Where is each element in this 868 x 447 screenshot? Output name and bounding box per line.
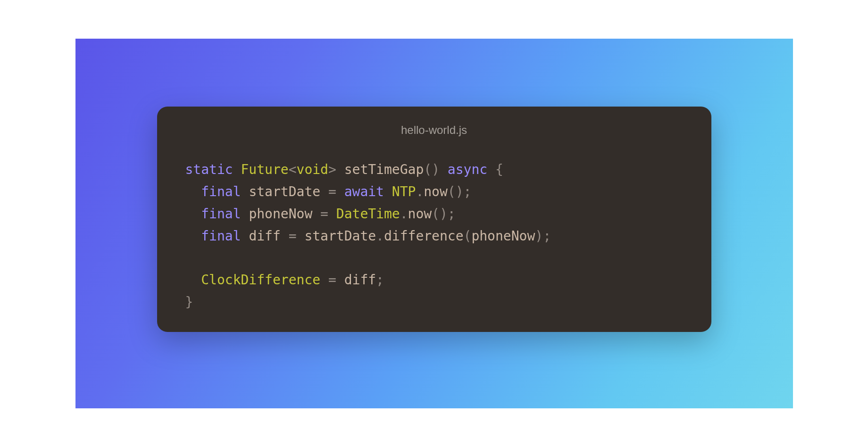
code-token: difference	[384, 228, 464, 244]
code-token	[312, 206, 320, 222]
code-token	[336, 162, 344, 177]
code-token	[185, 184, 201, 199]
code-token	[487, 162, 495, 177]
code-token: final	[201, 228, 241, 244]
code-token: (	[432, 206, 440, 222]
code-token: diff	[344, 272, 376, 288]
code-token	[241, 228, 249, 244]
code-token	[185, 272, 201, 288]
code-token: (	[464, 228, 472, 244]
code-token: .	[400, 206, 408, 222]
code-token: async	[448, 162, 487, 177]
code-token: ;	[448, 206, 456, 222]
code-token: ;	[464, 184, 472, 199]
code-token: )	[535, 228, 543, 244]
code-token	[336, 184, 344, 199]
code-token: now	[408, 206, 432, 222]
code-token: =	[328, 272, 336, 288]
code-token	[241, 206, 249, 222]
code-token	[185, 250, 193, 265]
code-token	[320, 184, 328, 199]
code-token: NTP	[392, 184, 416, 199]
code-token: startDate	[249, 184, 320, 199]
code-token: (	[424, 162, 432, 177]
code-token	[336, 272, 344, 288]
code-token: }	[185, 294, 193, 310]
gradient-stage: hello-world.js static Future<void> setTi…	[75, 39, 793, 408]
code-token: DateTime	[336, 206, 400, 222]
code-token: =	[328, 184, 336, 199]
code-token	[320, 272, 328, 288]
code-token	[185, 228, 201, 244]
code-token	[241, 184, 249, 199]
code-token	[440, 162, 448, 177]
code-token	[233, 162, 241, 177]
code-token: )	[456, 184, 464, 199]
code-token: =	[289, 228, 297, 244]
code-token	[281, 228, 289, 244]
code-content[interactable]: static Future<void> setTimeGap() async {…	[185, 162, 551, 310]
code-token: )	[440, 206, 448, 222]
code-token: static	[185, 162, 233, 177]
code-token: <	[289, 162, 297, 177]
code-token	[384, 184, 392, 199]
code-token	[328, 206, 336, 222]
code-token: setTimeGap	[344, 162, 424, 177]
code-token: phoneNow	[249, 206, 312, 222]
code-token: phoneNow	[471, 228, 535, 244]
code-token: ClockDifference	[201, 272, 320, 288]
code-token: ;	[543, 228, 551, 244]
code-token: diff	[249, 228, 280, 244]
code-token: startDate	[304, 228, 376, 244]
code-token: final	[201, 206, 241, 222]
code-token: Future	[241, 162, 289, 177]
code-token	[297, 228, 305, 244]
code-token: .	[376, 228, 384, 244]
code-token: )	[432, 162, 440, 177]
filename-label: hello-world.js	[157, 107, 711, 141]
code-token: void	[297, 162, 328, 177]
code-token: .	[416, 184, 424, 199]
code-token: =	[320, 206, 328, 222]
code-token: final	[201, 184, 241, 199]
code-block[interactable]: static Future<void> setTimeGap() async {…	[157, 141, 711, 332]
code-token	[185, 206, 201, 222]
code-token: await	[344, 184, 384, 199]
code-token: ;	[376, 272, 384, 288]
code-token: now	[424, 184, 448, 199]
code-snippet-card: hello-world.js static Future<void> setTi…	[157, 107, 711, 332]
code-token: >	[328, 162, 336, 177]
code-token: {	[495, 162, 503, 177]
code-token: (	[448, 184, 456, 199]
